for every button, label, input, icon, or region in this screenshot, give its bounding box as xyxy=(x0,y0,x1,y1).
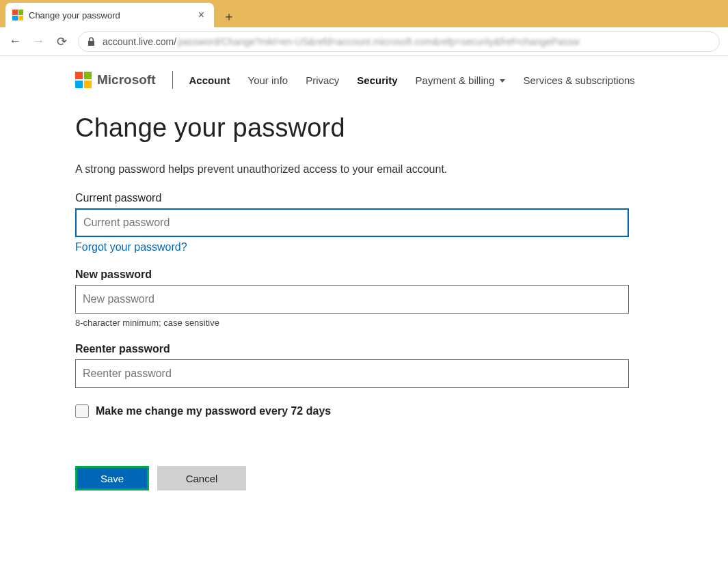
button-row: Save Cancel xyxy=(75,466,629,490)
current-password-input[interactable] xyxy=(75,208,629,237)
page-subtitle: A strong password helps prevent unauthor… xyxy=(75,163,629,176)
nav-payment-label: Payment & billing xyxy=(416,74,495,86)
nav-security[interactable]: Security xyxy=(357,74,397,86)
microsoft-favicon-icon xyxy=(12,10,23,20)
tab-title: Change your password xyxy=(29,10,196,20)
change-every-72-days-label: Make me change my password every 72 days xyxy=(96,405,331,417)
back-button[interactable]: ← xyxy=(8,34,22,49)
current-password-group: Current password Forgot your password? xyxy=(75,192,629,253)
browser-tab-bar: Change your password × ＋ xyxy=(0,0,728,27)
browser-tab[interactable]: Change your password × xyxy=(5,3,214,27)
nav-account[interactable]: Account xyxy=(189,74,230,86)
site-header: Microsoft Account Your info Privacy Secu… xyxy=(0,56,728,101)
reenter-password-input[interactable] xyxy=(75,359,629,388)
change-every-72-days-row: Make me change my password every 72 days xyxy=(75,404,629,418)
new-password-input[interactable] xyxy=(75,285,629,314)
url-text: account.live.com/ xyxy=(103,36,176,47)
microsoft-logo[interactable]: Microsoft xyxy=(75,72,156,88)
forgot-password-link[interactable]: Forgot your password? xyxy=(75,241,187,253)
new-password-group: New password 8-character minimum; case s… xyxy=(75,268,629,328)
chevron-down-icon xyxy=(500,79,505,83)
header-divider xyxy=(172,71,173,89)
nav-your-info[interactable]: Your info xyxy=(248,74,288,86)
microsoft-logo-text: Microsoft xyxy=(97,72,156,87)
reenter-password-group: Reenter password xyxy=(75,343,629,388)
lock-icon xyxy=(87,37,96,46)
password-hint: 8-character minimum; case sensitive xyxy=(75,318,629,328)
forward-button[interactable]: → xyxy=(31,34,45,49)
new-password-label: New password xyxy=(75,268,629,281)
microsoft-logo-icon xyxy=(75,72,92,88)
header-nav: Account Your info Privacy Security Payme… xyxy=(189,74,635,86)
main-content: Change your password A strong password h… xyxy=(0,101,629,490)
close-tab-icon[interactable]: × xyxy=(196,9,207,21)
reload-button[interactable]: ⟳ xyxy=(55,34,68,49)
nav-services[interactable]: Services & subscriptions xyxy=(523,74,634,86)
new-tab-button[interactable]: ＋ xyxy=(218,5,240,27)
cancel-button[interactable]: Cancel xyxy=(157,466,246,490)
change-every-72-days-checkbox[interactable] xyxy=(75,404,89,418)
address-bar[interactable]: account.live.com/ password/Change?mkt=en… xyxy=(78,31,720,52)
browser-toolbar: ← → ⟳ account.live.com/ password/Change?… xyxy=(0,27,728,56)
nav-privacy[interactable]: Privacy xyxy=(306,74,339,86)
current-password-label: Current password xyxy=(75,192,629,204)
url-blurred: password/Change?mkt=en-US&refd=account.m… xyxy=(178,36,580,47)
reenter-password-label: Reenter password xyxy=(75,343,629,355)
save-button[interactable]: Save xyxy=(75,466,149,490)
page-title: Change your password xyxy=(75,113,629,143)
nav-payment-billing[interactable]: Payment & billing xyxy=(416,74,506,86)
